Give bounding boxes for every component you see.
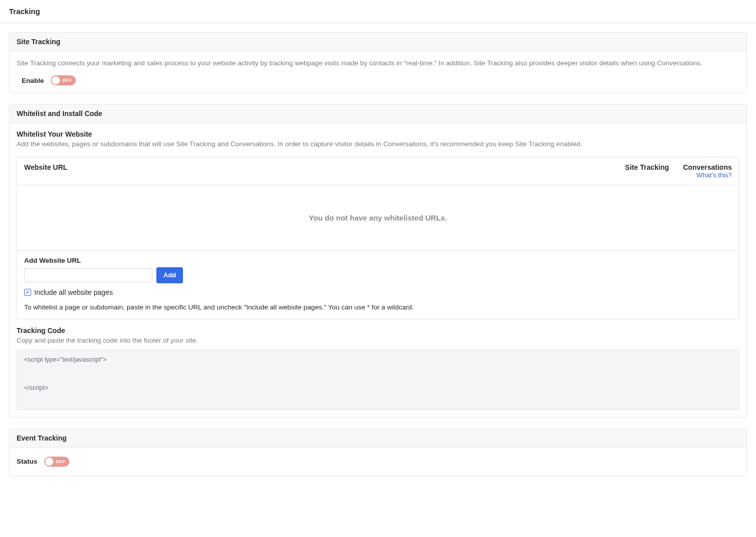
page-title: Tracking xyxy=(0,0,756,23)
event-tracking-header: Event Tracking xyxy=(10,429,746,448)
whitelist-subheading: Whitelist Your Website xyxy=(17,130,739,138)
event-tracking-panel: Event Tracking Status OFF xyxy=(9,428,747,476)
toggle-knob-icon xyxy=(52,76,60,84)
whitelist-description: Add the websites, pages or subdomains th… xyxy=(17,139,739,149)
site-tracking-toggle[interactable]: OFF xyxy=(51,75,76,85)
site-tracking-description: Site Tracking connects your marketing an… xyxy=(17,58,739,68)
col-site-tracking: Site Tracking xyxy=(625,163,669,171)
website-url-input[interactable] xyxy=(24,268,152,282)
whitelist-install-panel: Whitelist and Install Code Whitelist You… xyxy=(9,104,747,417)
toggle-state-text: OFF xyxy=(62,78,72,83)
toggle-knob-icon xyxy=(45,458,53,466)
add-url-section: Add Website URL Add ✓ Include all websit… xyxy=(17,251,739,319)
whats-this-link[interactable]: What's this? xyxy=(697,171,732,179)
site-tracking-panel: Site Tracking Site Tracking connects you… xyxy=(9,32,747,93)
site-tracking-header: Site Tracking xyxy=(10,33,746,51)
add-url-label: Add Website URL xyxy=(24,257,732,264)
col-conversations: Conversations xyxy=(683,163,732,171)
event-tracking-toggle[interactable]: OFF xyxy=(44,457,69,467)
whitelist-empty-state: You do not have any whitelisted URLs. xyxy=(17,185,739,251)
enable-label: Enable xyxy=(22,77,44,84)
add-button[interactable]: Add xyxy=(156,267,183,283)
whitelist-hint: To whitelist a page or subdomain, paste … xyxy=(24,303,732,311)
tracking-code-box[interactable]: <script type="text/javascript"> </script… xyxy=(17,350,739,410)
whitelist-panel-header: Whitelist and Install Code xyxy=(10,104,746,123)
include-all-checkbox[interactable]: ✓ xyxy=(24,289,31,296)
status-label: Status xyxy=(17,458,37,465)
check-icon: ✓ xyxy=(26,290,30,295)
toggle-state-text: OFF xyxy=(56,459,66,464)
whitelist-table-header: Website URL Site Tracking Conversations … xyxy=(17,157,739,185)
tracking-code-heading: Tracking Code xyxy=(17,327,739,335)
tracking-code-desc: Copy and paste the tracking code into th… xyxy=(17,336,739,346)
include-all-label: Include all website pages xyxy=(34,288,113,296)
whitelist-table: Website URL Site Tracking Conversations … xyxy=(17,157,739,319)
col-website-url: Website URL xyxy=(24,163,67,171)
